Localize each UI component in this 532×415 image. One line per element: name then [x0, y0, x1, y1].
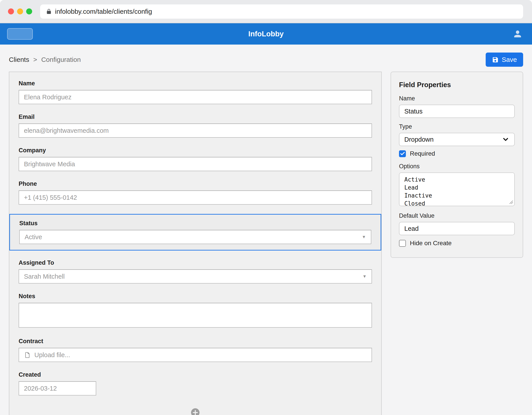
field-label-company: Company — [19, 147, 372, 154]
dropdown-arrow-icon: ▼ — [362, 235, 366, 239]
field-row-name: Name — [19, 80, 372, 104]
options-label: Options — [399, 163, 515, 170]
default-value-input[interactable] — [399, 222, 515, 235]
property-type-label: Type — [399, 123, 515, 130]
user-account-icon[interactable] — [513, 29, 522, 38]
field-row-email: Email — [19, 113, 372, 138]
app-title: InfoLobby — [0, 30, 532, 38]
minimize-window-button[interactable] — [17, 9, 23, 14]
created-input[interactable] — [19, 381, 96, 396]
field-label-created: Created — [19, 371, 372, 378]
field-row-company: Company — [19, 147, 372, 171]
options-textarea[interactable]: Active Lead Inactive Closed — [399, 172, 515, 206]
file-icon — [24, 352, 31, 358]
required-row: Required — [399, 150, 515, 157]
default-value-label: Default Value — [399, 212, 515, 219]
save-button[interactable]: Save — [486, 53, 523, 67]
url-text: infolobby.com/table/clients/config — [55, 8, 152, 15]
field-properties-panel: Field Properties Name Type Dropdown — [390, 72, 523, 258]
hide-on-create-label: Hide on Create — [410, 240, 452, 247]
save-button-label: Save — [502, 56, 517, 63]
browser-window: infolobby.com/table/clients/config InfoL… — [0, 0, 532, 415]
company-input[interactable] — [19, 157, 372, 171]
property-name-input[interactable] — [399, 105, 515, 118]
dropdown-arrow-icon: ▼ — [362, 274, 367, 279]
field-row-notes: Notes — [19, 293, 372, 329]
add-field-row — [19, 407, 372, 415]
upload-placeholder: Upload file... — [34, 351, 70, 359]
close-window-button[interactable] — [8, 9, 14, 14]
hide-on-create-checkbox[interactable] — [399, 240, 406, 247]
required-checkbox[interactable] — [399, 150, 406, 157]
field-label-phone: Phone — [19, 180, 372, 187]
lock-icon — [46, 9, 52, 14]
breadcrumb: Clients > Configuration — [9, 56, 81, 63]
required-label: Required — [410, 150, 435, 157]
browser-chrome: infolobby.com/table/clients/config — [0, 0, 532, 23]
property-name-label: Name — [399, 95, 515, 102]
status-dropdown[interactable]: Active▼ — [19, 230, 371, 244]
content-area: NameEmailCompanyPhoneStatusActive▼Assign… — [9, 72, 523, 415]
panel-title: Field Properties — [399, 81, 515, 89]
property-type-select[interactable]: Dropdown — [399, 133, 515, 146]
field-row-phone: Phone — [19, 180, 372, 205]
add-field-button[interactable] — [190, 407, 200, 415]
field-label-status: Status — [19, 220, 371, 227]
address-bar[interactable]: infolobby.com/table/clients/config — [40, 4, 523, 19]
window-controls — [8, 9, 32, 14]
breadcrumb-clients[interactable]: Clients — [9, 56, 29, 63]
field-row-created: Created — [19, 371, 372, 396]
field-row-contract: ContractUpload file... — [19, 338, 372, 362]
phone-input[interactable] — [19, 190, 372, 205]
hide-on-create-row: Hide on Create — [399, 240, 515, 247]
zoom-window-button[interactable] — [26, 9, 32, 14]
form-config-panel: NameEmailCompanyPhoneStatusActive▼Assign… — [9, 72, 382, 415]
status-value: Active — [25, 233, 42, 241]
type-select-value: Dropdown — [404, 136, 434, 143]
assigned-to-dropdown[interactable]: Sarah Mitchell▼ — [19, 269, 372, 283]
menu-button[interactable] — [7, 28, 33, 40]
name-input[interactable] — [19, 90, 372, 104]
contract-upload-field[interactable]: Upload file... — [19, 348, 372, 362]
page-body: Clients > Configuration Save NameEmailCo… — [0, 53, 532, 415]
assigned-to-value: Sarah Mitchell — [24, 273, 65, 280]
email-input[interactable] — [19, 123, 372, 138]
breadcrumb-configuration: Configuration — [41, 56, 81, 63]
field-label-assigned-to: Assigned To — [19, 259, 372, 266]
field-label-contract: Contract — [19, 338, 372, 345]
field-label-email: Email — [19, 113, 372, 120]
field-label-notes: Notes — [19, 293, 372, 300]
save-icon — [492, 56, 499, 63]
breadcrumb-separator: > — [33, 56, 37, 63]
field-row-assigned-to: Assigned ToSarah Mitchell▼ — [19, 259, 372, 283]
page-topbar: Clients > Configuration Save — [9, 53, 523, 67]
app-header: InfoLobby — [0, 23, 532, 45]
field-label-name: Name — [19, 80, 372, 87]
notes-textarea[interactable] — [19, 303, 372, 328]
chevron-down-icon — [502, 136, 509, 143]
field-row-status[interactable]: StatusActive▼ — [9, 214, 381, 251]
